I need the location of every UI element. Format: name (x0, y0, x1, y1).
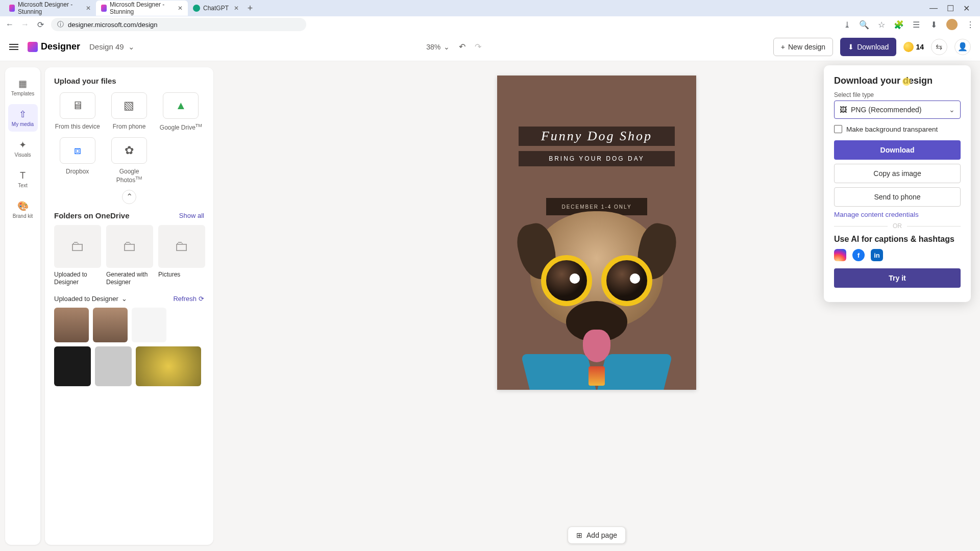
folder-label: Generated with Designer (106, 271, 153, 287)
file-type-select[interactable]: 🖼 PNG (Recommended) ⌄ (834, 101, 961, 119)
media-panel: Upload your files 🖥From this device ▧Fro… (45, 67, 213, 545)
download-popover: Download your design Select file type 🖼 … (824, 65, 971, 302)
close-icon[interactable]: ✕ (963, 4, 970, 13)
media-thumb[interactable] (95, 346, 132, 386)
plus-square-icon: ⊞ (576, 531, 582, 539)
folders-row: 🗀Uploaded to Designer 🗀Generated with De… (54, 225, 204, 287)
rail-label: My media (12, 121, 34, 127)
download-button[interactable]: ⬇Download (840, 38, 896, 56)
browser-tab[interactable]: ChatGPT✕ (188, 1, 244, 16)
upload-google-drive[interactable]: ▲Google DriveTM (158, 92, 204, 132)
try-it-button[interactable]: Try it (834, 268, 961, 288)
rail-text[interactable]: TText (8, 165, 38, 193)
favicon-icon (101, 5, 107, 12)
folder-pictures[interactable]: 🗀Pictures (158, 225, 205, 287)
browser-tab[interactable]: Microsoft Designer - Stunning✕ (4, 1, 96, 16)
divider-text: OR (893, 222, 902, 230)
design-title-bar[interactable]: Funny Dog Shop (519, 127, 675, 146)
qr-icon: ▧ (124, 99, 134, 112)
media-thumb[interactable] (136, 346, 201, 386)
extensions-icon[interactable]: 🧩 (894, 20, 903, 29)
transparent-checkbox[interactable]: Make background transparent (834, 125, 961, 133)
folder-uploaded[interactable]: 🗀Uploaded to Designer (54, 225, 101, 287)
close-icon[interactable]: ✕ (178, 5, 183, 12)
design-name-dropdown[interactable]: Design 49⌄ (89, 42, 135, 52)
rail-brand-kit[interactable]: 🎨Brand kit (8, 196, 38, 223)
facebook-icon[interactable]: f (852, 249, 865, 261)
download-label: Download (857, 43, 889, 51)
rail-my-media[interactable]: ⇧My media (8, 104, 38, 132)
hamburger-icon[interactable] (9, 44, 18, 50)
design-subtitle-bar[interactable]: BRING YOUR DOG DAY (519, 151, 675, 166)
forward-icon[interactable]: → (20, 20, 30, 29)
folder-generated[interactable]: 🗀Generated with Designer (106, 225, 153, 287)
visuals-icon: ✦ (19, 139, 27, 151)
chevron-down-icon: ⌄ (128, 42, 135, 52)
downloads-icon[interactable]: ⬇ (929, 20, 938, 29)
back-icon[interactable]: ← (5, 20, 14, 29)
url-input[interactable]: ⓘ designer.microsoft.com/design (51, 18, 306, 31)
undo-icon[interactable]: ↶ (459, 42, 465, 52)
more-icon[interactable]: ⋮ (966, 20, 975, 29)
install-icon[interactable]: ⤓ (842, 20, 851, 29)
close-icon[interactable]: ✕ (86, 5, 91, 12)
design-image[interactable] (497, 206, 696, 390)
profile-avatar-icon[interactable] (946, 19, 958, 30)
browser-tab[interactable]: Microsoft Designer - Stunning✕ (96, 1, 188, 16)
rail-visuals[interactable]: ✦Visuals (8, 135, 38, 162)
download-icon: ⬇ (848, 43, 854, 51)
coin-icon (903, 42, 914, 52)
tab-title: ChatGPT (203, 5, 229, 12)
send-phone-button[interactable]: Send to phone (834, 187, 961, 207)
zoom-dropdown[interactable]: 38%⌄ (426, 43, 450, 51)
media-thumb[interactable] (93, 308, 128, 342)
maximize-icon[interactable]: ☐ (947, 4, 954, 13)
upload-from-phone[interactable]: ▧From phone (106, 92, 152, 132)
design-subtitle-text: BRING YOUR DOG DAY (549, 155, 645, 162)
dropbox-icon: ⧈ (74, 144, 81, 157)
credits-badge[interactable]: 14 (903, 42, 924, 52)
new-tab-button[interactable]: + (244, 2, 256, 14)
uploaded-section-header[interactable]: Uploaded to Designer ⌄ Refresh⟳ (54, 295, 204, 303)
download-confirm-button[interactable]: Download (834, 140, 961, 160)
instagram-icon[interactable] (834, 249, 846, 261)
site-info-icon[interactable]: ⓘ (57, 20, 64, 29)
upload-dropbox[interactable]: ⧈Dropbox (54, 137, 101, 185)
new-design-button[interactable]: +New design (773, 38, 833, 56)
upload-from-device[interactable]: 🖥From this device (54, 92, 101, 132)
show-all-link[interactable]: Show all (179, 212, 204, 219)
ai-section-title: Use AI for captions & hashtags (834, 235, 961, 244)
left-rail: ▦Templates ⇧My media ✦Visuals TText 🎨Bra… (5, 67, 41, 545)
folder-label: Pictures (158, 271, 205, 279)
social-icons: f in (834, 249, 961, 261)
media-thumb[interactable] (54, 346, 91, 386)
canvas-area[interactable]: Funny Dog Shop BRING YOUR DOG DAY DECEMB… (213, 61, 980, 551)
manage-credentials-link[interactable]: Manage content credentials (834, 211, 961, 218)
app-logo[interactable]: Designer (28, 41, 80, 52)
reading-list-icon[interactable]: ☰ (912, 20, 921, 29)
chevron-down-icon: ⌄ (444, 43, 450, 51)
media-thumb[interactable] (54, 308, 89, 342)
zoom-icon[interactable]: 🔍 (860, 20, 869, 29)
reload-icon[interactable]: ⟳ (36, 20, 45, 29)
media-thumb[interactable] (132, 308, 166, 342)
copy-image-button[interactable]: Copy as image (834, 164, 961, 183)
upload-google-photos[interactable]: ✿Google PhotosTM (106, 137, 152, 185)
share-icon[interactable]: ⇆ (931, 39, 947, 55)
account-icon[interactable]: 👤 (954, 39, 971, 55)
linkedin-icon[interactable]: in (871, 249, 883, 261)
refresh-button[interactable]: Refresh⟳ (173, 295, 204, 303)
credits-count: 14 (916, 43, 924, 51)
close-icon[interactable]: ✕ (234, 5, 239, 12)
upload-heading: Upload your files (54, 77, 204, 85)
minimize-icon[interactable]: — (929, 4, 938, 13)
checkbox-label: Make background transparent (846, 126, 938, 133)
design-canvas[interactable]: Funny Dog Shop BRING YOUR DOG DAY DECEMB… (497, 76, 696, 390)
redo-icon[interactable]: ↷ (475, 42, 481, 52)
rail-label: Text (18, 183, 27, 188)
rail-templates[interactable]: ▦Templates (8, 73, 38, 101)
add-page-button[interactable]: ⊞Add page (568, 527, 626, 544)
collapse-button[interactable]: ⌃ (122, 190, 136, 204)
bookmark-icon[interactable]: ☆ (877, 20, 886, 29)
thumbnails (54, 308, 204, 386)
